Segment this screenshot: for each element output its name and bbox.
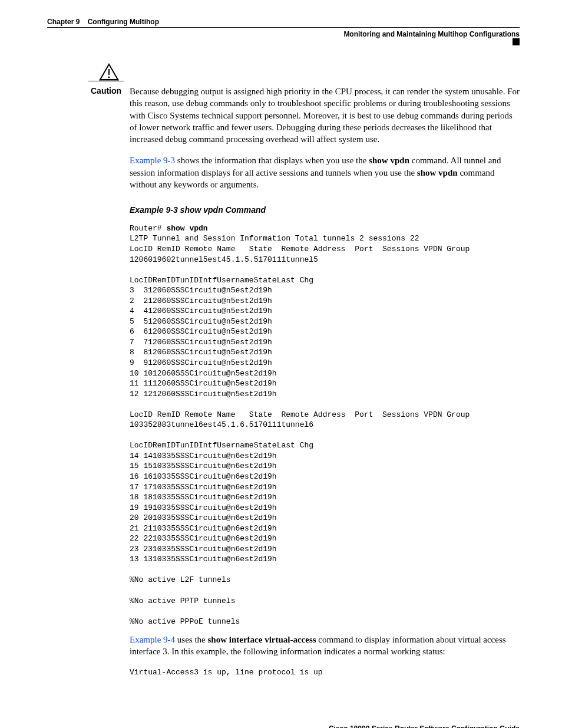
body-content: Caution Because debugging output is assi…: [130, 85, 520, 677]
cmd-show-interface: show interface virtual-access: [207, 635, 316, 644]
page-footer: Cisco 10000 Series Router Software Confi…: [47, 724, 520, 728]
followup-text-1: uses the: [175, 635, 207, 644]
cmd-show-vpdn-2: show vpdn: [417, 168, 458, 177]
followup-paragraph: Example 9-4 uses the show interface virt…: [130, 634, 520, 658]
intro-paragraph: Example 9-3 shows the information that d…: [130, 154, 520, 190]
header-decor: [47, 38, 520, 44]
caution-rule: [88, 81, 124, 81]
example-title: Example 9-3 show vpdn Command: [130, 205, 520, 216]
caution-text: Because debugging output is assigned hig…: [130, 85, 520, 145]
terminal-output: L2TP Tunnel and Session Information Tota…: [130, 233, 520, 627]
example-9-3-link[interactable]: Example 9-3: [130, 156, 175, 165]
svg-point-2: [108, 77, 110, 78]
router-prompt: Router#: [130, 224, 166, 233]
router-command: show vpdn: [166, 224, 207, 233]
warning-icon: [94, 63, 124, 81]
section-title: Monitoring and Maintaining Multihop Conf…: [47, 30, 520, 38]
chapter-number: Chapter 9: [47, 18, 80, 26]
intro-text-1: shows the information that displays when…: [175, 156, 369, 165]
caution-block: Caution Because debugging output is assi…: [130, 85, 520, 145]
chapter-label: Chapter 9 Configuring Multihop: [47, 18, 159, 26]
followup-code: Virtual-Access3 is up, line protocol is …: [130, 667, 520, 678]
cmd-show-vpdn-1: show vpdn: [369, 156, 409, 165]
chapter-title: Configuring Multihop: [88, 18, 159, 26]
example-9-4-link[interactable]: Example 9-4: [130, 635, 175, 644]
page-container: Chapter 9 Configuring Multihop Monitorin…: [0, 0, 562, 728]
footer-guide-title: Cisco 10000 Series Router Software Confi…: [47, 724, 520, 728]
terminal-prompt-line: Router# show vpdn: [130, 222, 520, 234]
running-header: Chapter 9 Configuring Multihop: [47, 18, 520, 28]
caution-label: Caution: [91, 85, 121, 97]
